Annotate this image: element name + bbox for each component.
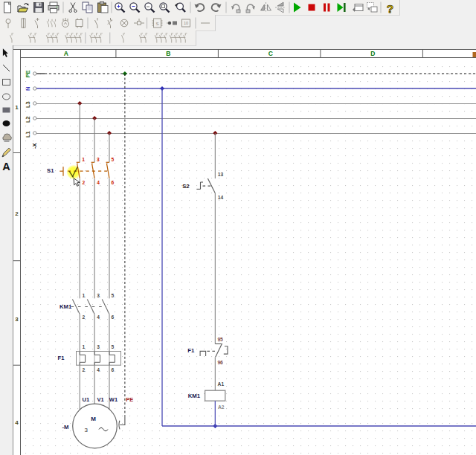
svg-text:14: 14 [218,195,224,200]
svg-text:PE: PE [126,396,133,403]
svg-text:S2: S2 [182,183,189,190]
svg-text:5: 5 [112,293,115,298]
svg-text:N: N [25,87,31,91]
svg-text:5: 5 [111,157,114,162]
svg-text:1: 1 [82,157,85,162]
svg-text:3: 3 [97,344,100,349]
svg-text:L1: L1 [25,131,31,138]
svg-text:1: 1 [82,293,85,298]
svg-text:F1: F1 [58,355,65,361]
svg-text:-M: -M [62,424,69,430]
svg-text:S1: S1 [47,167,54,174]
svg-text:V1: V1 [97,396,104,403]
svg-text:F1: F1 [187,347,195,354]
svg-text:A2: A2 [218,404,225,410]
svg-text:L2: L2 [25,116,31,123]
svg-text:4: 4 [97,367,100,372]
svg-text:96: 96 [217,360,223,365]
svg-text:3: 3 [97,157,100,162]
svg-text:3: 3 [84,427,88,433]
svg-text:-X: -X [31,143,38,149]
svg-text:KM1: KM1 [188,393,201,399]
svg-text:6: 6 [112,180,115,185]
svg-text:KM1: KM1 [60,303,72,310]
svg-text:6: 6 [112,367,115,372]
svg-text:2: 2 [82,367,85,372]
svg-text:4: 4 [97,180,100,185]
svg-text:W1: W1 [109,396,118,403]
svg-text:U1: U1 [83,396,90,403]
svg-text:A1: A1 [218,381,225,387]
svg-text:M: M [91,416,96,422]
svg-text:3: 3 [97,293,100,298]
svg-text:13: 13 [218,172,224,177]
svg-text:2: 2 [82,314,85,320]
svg-text:6: 6 [112,314,115,320]
svg-text:2: 2 [82,180,85,185]
svg-text:1: 1 [82,344,85,349]
svg-text:5: 5 [112,344,115,349]
svg-text:95: 95 [217,337,223,342]
svg-text:L3: L3 [25,101,31,108]
svg-text:4: 4 [97,314,100,320]
svg-text:PE: PE [25,70,31,77]
